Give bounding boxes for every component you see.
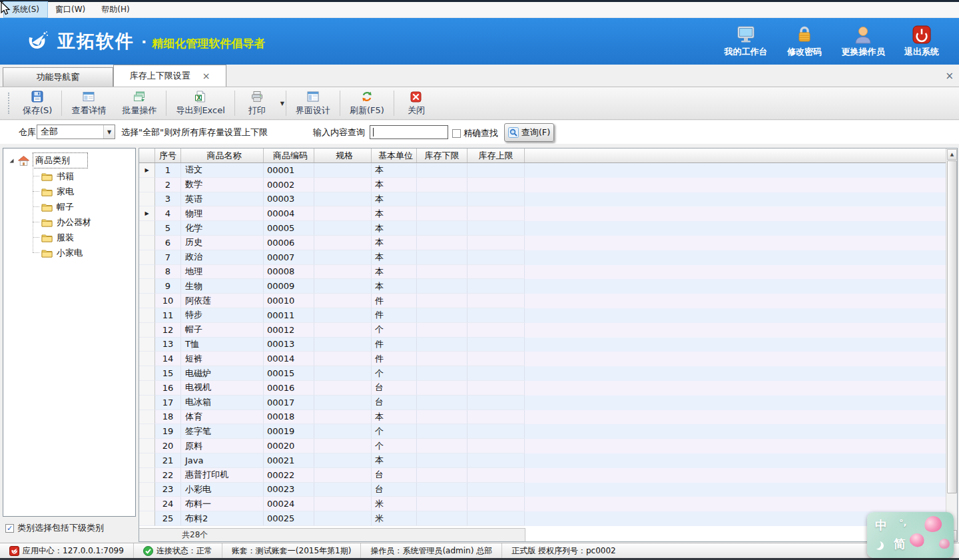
chevron-down-icon[interactable]: ▼ xyxy=(103,125,115,139)
cell-name[interactable]: 惠普打印机 xyxy=(181,468,264,483)
cell-spec[interactable] xyxy=(314,396,372,410)
cell-unit[interactable]: 本 xyxy=(372,236,417,250)
cell-code[interactable]: 00004 xyxy=(264,206,314,221)
cell-lower[interactable] xyxy=(417,381,468,396)
cell-seq[interactable]: 23 xyxy=(155,483,181,497)
cell-lower[interactable] xyxy=(417,192,468,207)
cell-seq[interactable]: 17 xyxy=(155,396,181,410)
query-button[interactable]: 查询(F) xyxy=(504,123,554,142)
cell-upper[interactable] xyxy=(468,250,525,265)
table-row[interactable]: 15电磁炉00015个 xyxy=(139,366,957,381)
cell-upper[interactable] xyxy=(468,468,525,483)
cell-seq[interactable]: 12 xyxy=(155,323,181,338)
cell-code[interactable]: 00020 xyxy=(264,439,314,453)
cell-name[interactable]: 电视机 xyxy=(181,381,264,396)
cell-upper[interactable] xyxy=(468,192,525,207)
cell-upper[interactable] xyxy=(468,366,525,381)
cell-code[interactable]: 00021 xyxy=(264,453,314,468)
grid-column-header[interactable]: 库存上限 xyxy=(468,148,525,162)
cell-upper[interactable] xyxy=(468,381,525,396)
toolbar-button-save[interactable]: 保存(S) xyxy=(15,87,60,119)
tab-function-nav[interactable]: 功能导航窗 xyxy=(3,67,113,87)
table-row[interactable]: 17电冰箱00017台 xyxy=(139,396,957,410)
cell-code[interactable]: 00007 xyxy=(264,250,314,265)
cell-name[interactable]: 生物 xyxy=(181,279,264,294)
cell-seq[interactable]: 13 xyxy=(155,338,181,352)
cell-name[interactable]: 小彩电 xyxy=(181,483,264,497)
cell-spec[interactable] xyxy=(314,323,372,338)
cell-lower[interactable] xyxy=(417,221,468,236)
cell-upper[interactable] xyxy=(468,396,525,410)
cell-lower[interactable] xyxy=(417,206,468,221)
cell-lower[interactable] xyxy=(417,323,468,338)
cell-upper[interactable] xyxy=(468,206,525,221)
cell-unit[interactable]: 本 xyxy=(372,221,417,236)
include-sub-categories-checkbox[interactable]: ✓ 类别选择包括下级类别 xyxy=(5,522,104,534)
tree-item-家电[interactable]: 家电 xyxy=(3,184,135,199)
cell-code[interactable]: 00001 xyxy=(264,163,314,178)
grid-column-header[interactable]: 库存下限 xyxy=(417,148,468,162)
cell-code[interactable]: 00014 xyxy=(264,352,314,366)
toolbar-button-design[interactable]: 界面设计 xyxy=(288,87,338,119)
tree-root-item[interactable]: 商品类别 xyxy=(3,152,135,168)
table-row[interactable]: 9生物00009本 xyxy=(139,279,957,294)
cell-unit[interactable]: 本 xyxy=(372,265,417,280)
ime-punctuation-indicator[interactable]: °, xyxy=(899,517,906,527)
cell-unit[interactable]: 米 xyxy=(372,511,417,526)
grid-column-header[interactable]: 基本单位 xyxy=(372,148,417,162)
cell-unit[interactable]: 个 xyxy=(372,424,417,439)
table-row[interactable]: ▶4物理00004本 xyxy=(139,206,957,221)
table-row[interactable]: 8地理00008本 xyxy=(139,265,957,280)
cell-upper[interactable] xyxy=(468,294,525,308)
header-action-user[interactable]: 更换操作员 xyxy=(836,25,890,58)
cell-code[interactable]: 00006 xyxy=(264,236,314,250)
cell-name[interactable]: 原料 xyxy=(181,439,264,453)
cell-lower[interactable] xyxy=(417,453,468,468)
cell-unit[interactable]: 件 xyxy=(372,294,417,308)
ime-widget[interactable]: 中 °, 简 xyxy=(867,512,954,558)
cell-spec[interactable] xyxy=(314,192,372,207)
cell-code[interactable]: 00025 xyxy=(264,511,314,526)
cell-seq[interactable]: 25 xyxy=(155,511,181,526)
dropdown-arrow-icon[interactable]: ▼ xyxy=(280,101,284,107)
cell-code[interactable]: 00005 xyxy=(264,221,314,236)
cell-spec[interactable] xyxy=(314,338,372,352)
tab-stock-limit-settings[interactable]: 库存上下限设置 × xyxy=(113,65,226,87)
cell-seq[interactable]: 15 xyxy=(155,366,181,381)
cell-spec[interactable] xyxy=(314,206,372,221)
cell-name[interactable]: 帽子 xyxy=(181,323,264,338)
cell-lower[interactable] xyxy=(417,511,468,526)
menu-item[interactable]: 窗口(W) xyxy=(47,2,93,17)
cell-spec[interactable] xyxy=(314,424,372,439)
cell-spec[interactable] xyxy=(314,265,372,280)
cell-spec[interactable] xyxy=(314,366,372,381)
toolbar-button-print[interactable]: 打印 xyxy=(236,87,278,119)
table-row[interactable]: 10阿依莲00010件 xyxy=(139,294,957,308)
cell-name[interactable]: 阿依莲 xyxy=(181,294,264,308)
cell-spec[interactable] xyxy=(314,439,372,453)
cell-lower[interactable] xyxy=(417,294,468,308)
moon-icon[interactable] xyxy=(872,540,881,549)
tree-item-帽子[interactable]: 帽子 xyxy=(3,199,135,214)
cell-lower[interactable] xyxy=(417,265,468,280)
cell-lower[interactable] xyxy=(417,366,468,381)
cell-code[interactable]: 00008 xyxy=(264,265,314,280)
cell-lower[interactable] xyxy=(417,250,468,265)
cell-lower[interactable] xyxy=(417,396,468,410)
toolbar-button-view-detail[interactable]: 查看详情 xyxy=(63,87,114,119)
cell-name[interactable]: 政治 xyxy=(181,250,264,265)
table-row[interactable]: 2数学00002本 xyxy=(139,178,957,192)
tree-item-书籍[interactable]: 书籍 xyxy=(3,168,135,184)
cell-seq[interactable]: 10 xyxy=(155,294,181,308)
cell-unit[interactable]: 本 xyxy=(372,453,417,468)
checkbox-checked-icon[interactable]: ✓ xyxy=(5,524,14,533)
cell-unit[interactable]: 本 xyxy=(372,410,417,425)
grid-column-header[interactable]: 商品名称 xyxy=(181,148,264,162)
cell-upper[interactable] xyxy=(468,424,525,439)
cell-spec[interactable] xyxy=(314,410,372,425)
cell-lower[interactable] xyxy=(417,308,468,323)
cell-unit[interactable]: 台 xyxy=(372,468,417,483)
cell-lower[interactable] xyxy=(417,236,468,250)
cell-unit[interactable]: 本 xyxy=(372,250,417,265)
cell-lower[interactable] xyxy=(417,410,468,425)
